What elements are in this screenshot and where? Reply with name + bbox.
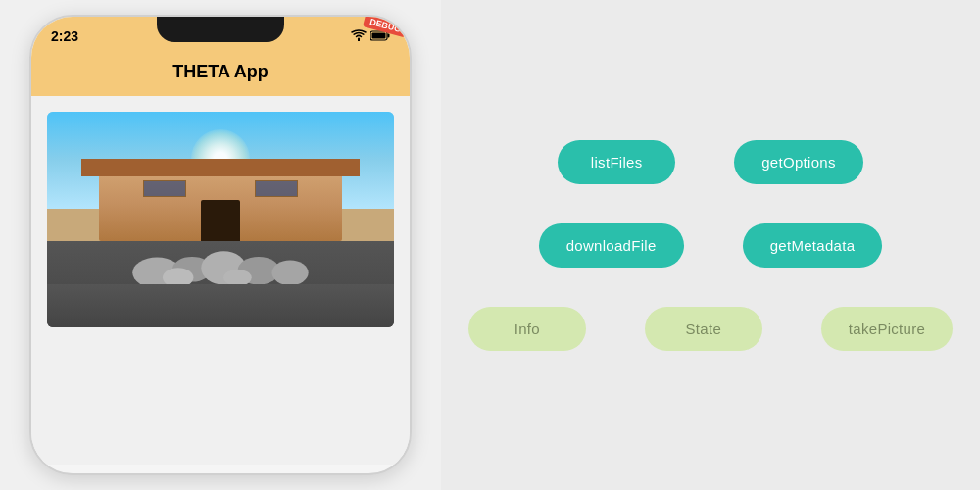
state-button[interactable]: State bbox=[645, 307, 762, 351]
app-title: THETA App bbox=[172, 62, 268, 81]
phone-notch bbox=[157, 17, 284, 42]
button-row-1: listFiles getOptions bbox=[468, 140, 953, 184]
info-button[interactable]: Info bbox=[468, 307, 586, 351]
ground bbox=[47, 284, 394, 327]
get-metadata-button[interactable]: getMetadata bbox=[743, 223, 883, 268]
panoramic-image-container bbox=[47, 112, 394, 327]
take-picture-button[interactable]: takePicture bbox=[821, 307, 953, 351]
buttons-panel: listFiles getOptions downloadFile getMet… bbox=[441, 0, 980, 490]
building-window-right bbox=[255, 180, 299, 197]
building-window-left bbox=[143, 180, 187, 197]
get-options-button[interactable]: getOptions bbox=[734, 140, 863, 184]
building-roof bbox=[81, 159, 359, 176]
buttons-grid: listFiles getOptions downloadFile getMet… bbox=[449, 121, 972, 370]
phone-frame: DEBUG 2:23 bbox=[29, 15, 412, 475]
panoramic-scene bbox=[47, 112, 394, 327]
list-files-button[interactable]: listFiles bbox=[558, 140, 675, 184]
button-row-2: downloadFile getMetadata bbox=[468, 223, 953, 268]
status-time: 2:23 bbox=[51, 28, 78, 44]
svg-point-7 bbox=[272, 261, 309, 286]
download-file-button[interactable]: downloadFile bbox=[539, 223, 684, 268]
phone-content bbox=[31, 96, 410, 465]
phone-panel: DEBUG 2:23 bbox=[0, 0, 441, 490]
wifi-icon bbox=[351, 29, 367, 44]
svg-rect-1 bbox=[388, 34, 390, 38]
button-row-3: Info State takePicture bbox=[468, 307, 953, 351]
rocks-svg bbox=[81, 234, 359, 290]
svg-rect-2 bbox=[372, 33, 386, 39]
app-header: THETA App bbox=[31, 52, 410, 96]
building bbox=[99, 166, 342, 241]
